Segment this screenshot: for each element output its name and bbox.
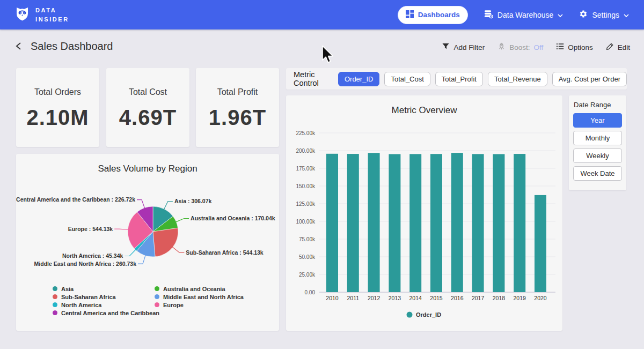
legend-item-sub-saharan-africa[interactable]: Sub-Saharan Africa: [53, 293, 159, 301]
date-range-button-weekly[interactable]: Weekly: [573, 148, 622, 163]
metric-control-label: Metric Control: [294, 70, 329, 87]
metric-button-total-cost[interactable]: Total_Cost: [384, 72, 430, 86]
legend-dot: [53, 294, 57, 299]
legend-dot: [155, 302, 159, 307]
database-icon: [484, 10, 493, 20]
date-range-button-week-date[interactable]: Week Date: [573, 166, 622, 181]
pie-slice-label: Middle East and North Africa : 260.73k: [34, 261, 137, 267]
chevron-down-icon: [624, 11, 629, 19]
legend-item-europe[interactable]: Europe: [155, 301, 244, 309]
pencil-icon: [606, 42, 614, 52]
y-axis-tick-label: 50.00k: [299, 254, 316, 260]
nav-dashboards-label: Dashboards: [418, 11, 460, 19]
bar-2014[interactable]: [409, 154, 421, 292]
options-button[interactable]: Options: [556, 42, 593, 52]
date-range-buttons: YearMonthlyWeeklyWeek Date: [569, 113, 626, 181]
legend-label: Asia: [61, 286, 74, 292]
bar-2011[interactable]: [347, 154, 359, 292]
pie-slice-label: Europe : 544.13k: [68, 226, 113, 232]
legend-item-north-america[interactable]: North America: [53, 301, 159, 309]
owl-icon: [15, 6, 30, 24]
bar-2020[interactable]: [535, 195, 546, 292]
x-axis-tick-label: 2015: [430, 295, 443, 301]
kpi-label: Total Profit: [196, 87, 279, 97]
metric-button-order-id[interactable]: Order_ID: [338, 72, 379, 86]
bar-legend-label[interactable]: Order_ID: [416, 311, 441, 318]
pie-label-line: [125, 249, 136, 256]
bar-chart-card: Metric Overview 0.0025.00k50.00k75.00k10…: [286, 95, 562, 331]
legend-label: Middle East and North Africa: [163, 294, 244, 300]
nav-data-warehouse[interactable]: Data Warehouse: [484, 10, 564, 20]
dashboard-grid-icon: [406, 10, 414, 20]
kpi-label: Total Cost: [106, 87, 189, 97]
pie-label-line: [137, 200, 145, 209]
list-icon: [556, 42, 564, 52]
pie-slice-label: Asia : 306.07k: [174, 198, 212, 204]
date-range-button-monthly[interactable]: Monthly: [573, 131, 622, 145]
pie-label-line: [138, 255, 145, 264]
legend-item-asia[interactable]: Asia: [53, 285, 159, 293]
x-axis-tick-label: 2010: [326, 295, 339, 301]
bar-2018[interactable]: [493, 154, 504, 292]
legend-label: Sub-Saharan Africa: [61, 294, 116, 300]
pie-slice-sub-saharan-africa[interactable]: [153, 228, 178, 257]
date-range-button-year[interactable]: Year: [573, 113, 622, 128]
metric-button-total-revenue[interactable]: Total_Revenue: [488, 72, 547, 86]
y-axis-tick-label: 200.00k: [296, 148, 316, 154]
chevron-down-icon: [558, 11, 563, 19]
bar-chart[interactable]: 0.0025.00k50.00k75.00k100.00k125.00k150.…: [286, 95, 562, 331]
boost-state: Off: [533, 43, 543, 51]
bar-2015[interactable]: [430, 154, 442, 292]
bar-2016[interactable]: [451, 153, 463, 292]
nav-data-warehouse-label: Data Warehouse: [497, 11, 554, 19]
nav-right: Dashboards Data Warehouse: [398, 6, 629, 24]
metric-buttons: Order_IDTotal_CostTotal_ProfitTotal_Reve…: [338, 72, 627, 86]
bar-2013[interactable]: [389, 154, 400, 292]
pie-label-line: [114, 229, 128, 229]
kpi-card-total-orders: Total Orders 2.10M: [16, 68, 99, 147]
bar-2010[interactable]: [326, 154, 338, 292]
pie-slice-label: Australia and Oceania : 170.04k: [191, 215, 275, 221]
x-axis-tick-label: 2017: [472, 295, 485, 301]
back-button[interactable]: [14, 41, 26, 53]
boost-toggle[interactable]: Boost: Off: [497, 42, 543, 52]
bar-2017[interactable]: [472, 154, 484, 292]
legend-item-central-america-and-the-caribbean[interactable]: Central America and the Caribbean: [53, 309, 159, 317]
legend-item-australia-and-oceania[interactable]: Australia and Oceania: [155, 285, 244, 293]
kpi-value: 4.69T: [106, 106, 189, 130]
nav-dashboards-button[interactable]: Dashboards: [398, 6, 468, 24]
x-axis-tick-label: 2018: [493, 295, 506, 301]
legend-dot: [155, 294, 159, 299]
y-axis-tick-label: 225.00k: [296, 130, 316, 136]
edit-button[interactable]: Edit: [606, 42, 630, 52]
bar-2012[interactable]: [368, 153, 380, 292]
legend-item-middle-east-and-north-africa[interactable]: Middle East and North Africa: [155, 293, 244, 301]
bar-legend-dot[interactable]: [407, 312, 413, 318]
legend-label: Europe: [163, 302, 184, 308]
kpi-label: Total Orders: [16, 87, 99, 97]
metric-button-total-profit[interactable]: Total_Profit: [435, 72, 483, 86]
metric-button-avg-cost-per-order[interactable]: Avg. Cost per Order: [552, 72, 627, 86]
page-header: Sales Dashboard Add Filter Boost: Off: [0, 29, 644, 63]
date-range-label: Date Range: [574, 101, 626, 109]
brand[interactable]: DATA INSIDER: [15, 6, 69, 24]
legend-dot: [53, 286, 57, 291]
y-axis-tick-label: 175.00k: [296, 166, 316, 172]
bar-2019[interactable]: [514, 154, 525, 292]
y-axis-tick-label: 150.00k: [296, 183, 316, 189]
pie-label-line: [172, 247, 184, 253]
sales-dashboard-page: DATA INSIDER Dashboards: [0, 0, 644, 349]
y-axis-tick-label: 100.00k: [296, 219, 316, 225]
kpi-value: 1.96T: [196, 106, 279, 130]
y-axis-tick-label: 75.00k: [299, 236, 316, 242]
pie-slice-label: Sub-Saharan Africa : 544.13k: [186, 249, 263, 256]
brand-text: DATA INSIDER: [35, 6, 69, 24]
add-filter-button[interactable]: Add Filter: [442, 42, 485, 52]
date-range-panel: Date Range YearMonthlyWeeklyWeek Date: [569, 95, 626, 190]
x-axis-tick-label: 2020: [534, 295, 547, 301]
y-axis-tick-label: 125.00k: [296, 201, 316, 207]
pie-label-line: [164, 202, 173, 210]
legend-dot: [53, 310, 57, 315]
nav-settings[interactable]: Settings: [579, 10, 629, 20]
top-navbar: DATA INSIDER Dashboards: [0, 0, 644, 29]
